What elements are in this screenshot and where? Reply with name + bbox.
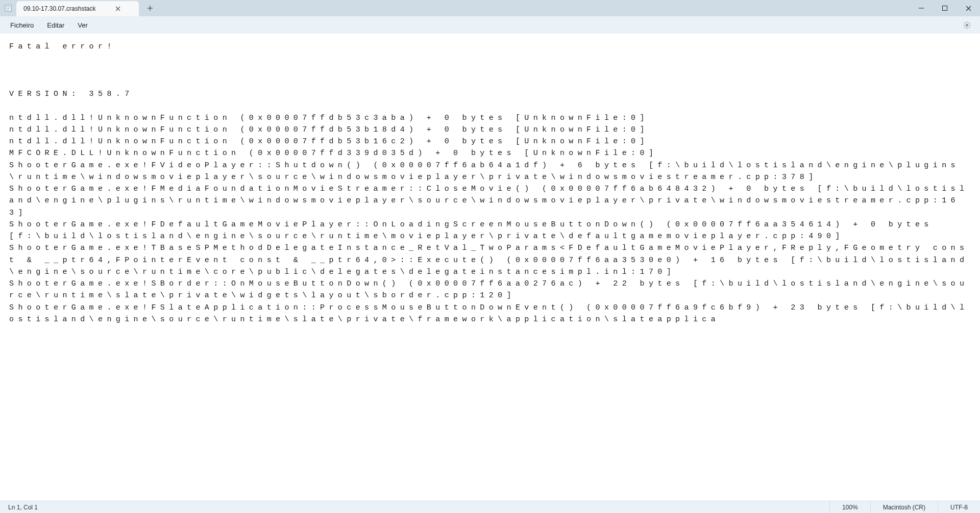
status-encoding[interactable]: UTF-8 — [938, 501, 980, 513]
app-icon — [0, 0, 16, 16]
menu-file[interactable]: Ficheiro — [4, 18, 40, 32]
svg-rect-9 — [943, 6, 947, 11]
maximize-button[interactable] — [933, 0, 957, 16]
tab-title: 09.10-17.30.07.crashstack — [23, 5, 95, 12]
titlebar: 09.10-17.30.07.crashstack — [0, 0, 980, 16]
tab-active[interactable]: 09.10-17.30.07.crashstack — [16, 1, 139, 16]
new-tab-button[interactable] — [142, 0, 158, 16]
window-controls — [910, 0, 980, 16]
statusbar: Ln 1, Col 1 100% Macintosh (CR) UTF-8 — [0, 501, 980, 513]
menubar: Ficheiro Editar Ver — [0, 16, 980, 34]
editor-content[interactable]: Fatal error! VERSION: 358.7 ntdll.dll!Un… — [0, 34, 980, 501]
menu-edit[interactable]: Editar — [41, 18, 70, 32]
close-tab-button[interactable] — [114, 5, 122, 13]
menu-view[interactable]: Ver — [71, 18, 94, 32]
minimize-button[interactable] — [910, 0, 933, 16]
titlebar-spacer — [158, 0, 910, 16]
status-zoom[interactable]: 100% — [829, 501, 870, 513]
status-position[interactable]: Ln 1, Col 1 — [0, 504, 46, 511]
settings-button[interactable] — [960, 18, 974, 32]
svg-point-12 — [966, 24, 968, 26]
close-window-button[interactable] — [957, 0, 980, 16]
status-line-ending[interactable]: Macintosh (CR) — [870, 501, 938, 513]
